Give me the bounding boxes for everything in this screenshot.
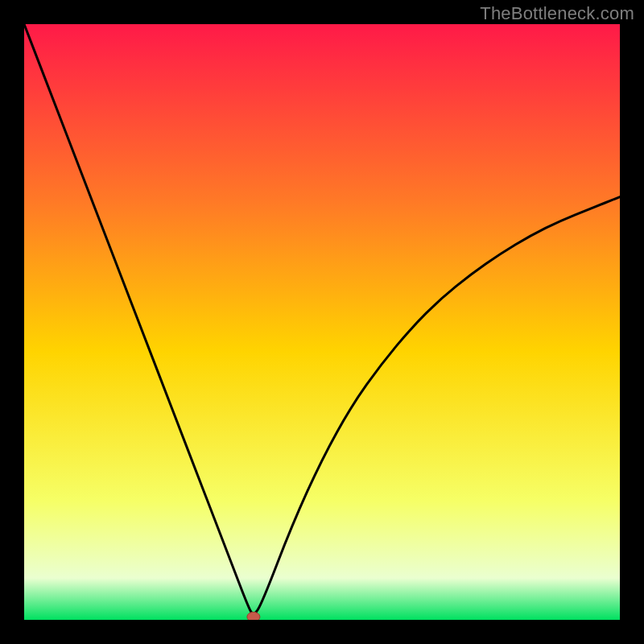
watermark-text: TheBottleneck.com (480, 3, 634, 24)
gradient-background (24, 24, 620, 620)
plot-area (24, 24, 620, 620)
bottleneck-chart (24, 24, 620, 620)
chart-frame (24, 24, 620, 620)
optimal-point-marker (247, 612, 260, 620)
